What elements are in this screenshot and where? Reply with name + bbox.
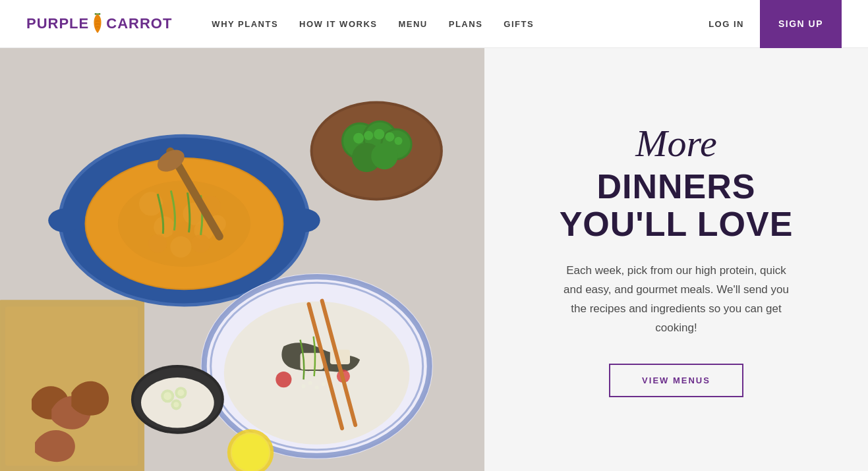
signup-button[interactable]: SIGN UP <box>760 0 842 48</box>
site-header: PURPLE CARROT WHY PLANTS HOW IT <box>0 0 868 48</box>
hero-title: DINNERS YOU'LL LOVE <box>560 168 794 243</box>
nav-menu[interactable]: MENU <box>398 19 427 29</box>
view-menus-button[interactable]: VIEW MENUS <box>609 364 743 397</box>
logo-text-carrot: CARROT <box>106 15 172 32</box>
nav-gifts[interactable]: GIFTS <box>504 19 534 29</box>
hero-content: More DINNERS YOU'LL LOVE Each week, pick… <box>484 48 868 471</box>
logo-link[interactable]: PURPLE CARROT <box>26 13 172 34</box>
login-link[interactable]: LOG IN <box>709 19 744 29</box>
hero-description: Each week, pick from our high protein, q… <box>558 262 795 338</box>
hero-title-line2: YOU'LL LOVE <box>560 206 794 243</box>
hero-title-line1: DINNERS <box>560 168 794 206</box>
hero-section: More DINNERS YOU'LL LOVE Each week, pick… <box>0 48 868 471</box>
nav-plans[interactable]: PLANS <box>449 19 483 29</box>
hero-food-image <box>0 48 484 471</box>
nav-how-it-works[interactable]: HOW IT WORKS <box>299 19 377 29</box>
logo-text-purple: PURPLE <box>26 15 89 32</box>
hero-image-container <box>0 48 484 471</box>
header-actions: LOG IN SIGN UP <box>709 0 842 48</box>
nav-why-plants[interactable]: WHY PLANTS <box>212 19 278 29</box>
carrot-icon <box>92 13 103 34</box>
main-nav: WHY PLANTS HOW IT WORKS MENU PLANS GIFTS <box>212 19 709 29</box>
svg-rect-67 <box>0 48 484 471</box>
hero-script-text: More <box>635 125 716 163</box>
